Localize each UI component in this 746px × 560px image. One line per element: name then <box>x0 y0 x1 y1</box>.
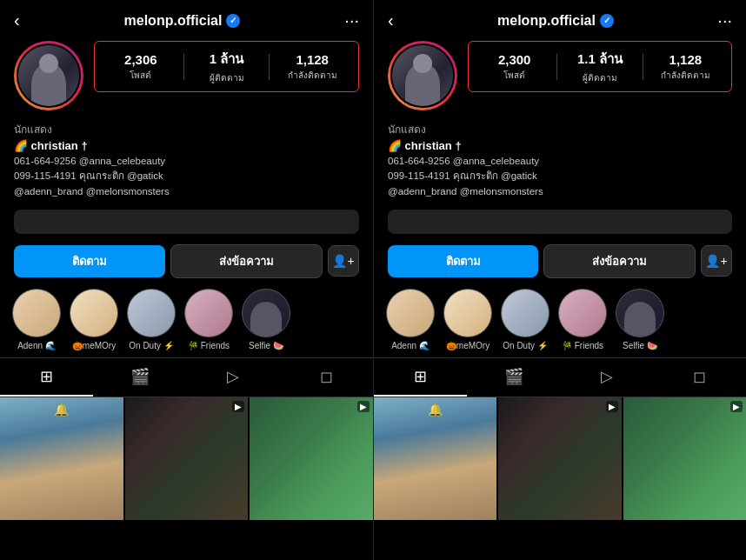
highlight-adenn[interactable]: Adenn 🌊 <box>12 289 61 350</box>
grid-icon-right: ⊞ <box>414 367 427 386</box>
tab-video[interactable]: ▷ <box>187 358 280 397</box>
profile-section-right: 2,300 โพสต์ 1.1 ล้าน ผู้ติดตาม 1,128 กำล… <box>374 37 746 117</box>
highlight-friends[interactable]: 🎋 Friends <box>184 289 233 350</box>
following-label: กำลังติดตาม <box>270 69 355 82</box>
grid-cell-1-right[interactable]: 🔔 <box>374 397 496 520</box>
reels-icon-right: 🎬 <box>504 367 523 386</box>
highlight-onduty-right[interactable]: On Duty ⚡ <box>501 289 550 350</box>
photo-grid-right: 🔔 ▶ ▶ <box>374 397 746 560</box>
grid-cell-1[interactable]: 🔔 <box>0 397 123 521</box>
followers-count-right: 1.1 ล้าน <box>557 49 642 70</box>
bio-line-3: @adenn_brand @melonsmonsters <box>14 184 359 199</box>
add-user-button-right[interactable]: 👤+ <box>701 245 732 277</box>
tagged-icon: ◻ <box>320 367 333 386</box>
tab-video-right[interactable]: ▷ <box>560 358 653 397</box>
search-bar <box>14 210 359 234</box>
username-container-right: melonp.official ✓ <box>497 13 614 29</box>
highlights-row: Adenn 🌊 🎃meMOry On Duty ⚡ 🎋 Friends Self… <box>0 285 373 357</box>
highlight-selfie[interactable]: Selfie 🍉 <box>242 289 290 350</box>
highlight-memory-right[interactable]: 🎃meMOry <box>443 289 492 350</box>
highlight-onduty[interactable]: On Duty ⚡ <box>127 289 176 350</box>
tab-reels[interactable]: 🎬 <box>93 358 186 397</box>
tab-bar-right: ⊞ 🎬 ▷ ◻ <box>374 357 746 397</box>
bio-name: 🌈 christian † <box>14 139 359 152</box>
grid-cell-3[interactable]: ▶ <box>250 397 373 521</box>
add-user-icon-right: 👤+ <box>705 254 727 268</box>
add-user-button[interactable]: 👤+ <box>328 245 359 277</box>
profile-header: ‹ melonp.official ✓ ··· <box>0 0 373 37</box>
grid-cell-3-right[interactable]: ▶ <box>623 397 746 520</box>
highlight-selfie-circle <box>242 289 290 337</box>
stat-following: 1,128 กำลังติดตาม <box>270 52 355 82</box>
stat-followers-right: 1.1 ล้าน ผู้ติดตาม <box>557 49 642 84</box>
notification-icon: 🔔 <box>54 403 69 417</box>
following-count: 1,128 <box>270 52 355 67</box>
highlight-adenn-circle-right <box>386 289 435 337</box>
avatar-container-right <box>388 41 457 110</box>
highlight-selfie-label: Selfie 🍉 <box>249 341 283 350</box>
reel-icon-4: ▶ <box>730 401 743 412</box>
highlight-memory[interactable]: 🎃meMOry <box>70 289 118 350</box>
reel-icon-3: ▶ <box>606 401 618 412</box>
play-icon-right: ▷ <box>601 367 613 386</box>
left-panel: ‹ melonp.official ✓ ··· 2,306 โพสต์ 1 ล้… <box>0 0 373 560</box>
action-buttons-right: ติดตาม ส่งข้อความ 👤+ <box>374 241 746 285</box>
right-panel: ‹ melonp.official ✓ ··· 2,300 โพสต์ 1.1 … <box>373 0 746 560</box>
add-user-icon: 👤+ <box>332 254 354 268</box>
stats-box-right: 2,300 โพสต์ 1.1 ล้าน ผู้ติดตาม 1,128 กำล… <box>468 41 732 92</box>
username-text: melonp.official <box>124 13 223 29</box>
verified-badge: ✓ <box>226 14 240 28</box>
grid-cell-2-right[interactable]: ▶ <box>498 397 621 520</box>
reel-icon-2: ▶ <box>357 401 370 412</box>
bio-line-1-right: 061-664-9256 @anna_celebeauty <box>388 154 732 169</box>
posts-label: โพสต์ <box>98 69 183 82</box>
highlight-friends-right[interactable]: 🎋 Friends <box>558 289 607 350</box>
bio-line-2-right: 099-115-4191 คุณกระติก @gatick <box>388 169 732 183</box>
avatar-ring-right <box>388 41 457 110</box>
bio-section-right: นักแสดง 🌈 christian † 061-664-9256 @anna… <box>374 117 746 206</box>
posts-count: 2,306 <box>98 52 183 67</box>
bio-section: นักแสดง 🌈 christian † 061-664-9256 @anna… <box>0 117 373 206</box>
stat-posts-right: 2,300 โพสต์ <box>472 52 556 82</box>
reels-icon: 🎬 <box>130 367 150 386</box>
tab-tagged-right[interactable]: ◻ <box>653 358 746 397</box>
action-buttons: ติดตาม ส่งข้อความ 👤+ <box>0 241 373 285</box>
notification-icon-right: 🔔 <box>428 403 443 417</box>
follow-button-right[interactable]: ติดตาม <box>388 245 538 277</box>
highlights-row-right: Adenn 🌊 🎃meMOry On Duty ⚡ 🎋 Friends Self… <box>374 285 746 357</box>
grid-cell-2[interactable]: ▶ <box>125 397 249 521</box>
photo-grid: 🔔 ▶ ▶ <box>0 397 373 560</box>
message-button[interactable]: ส่งข้อความ <box>170 244 323 278</box>
tab-tagged[interactable]: ◻ <box>280 358 373 397</box>
highlight-selfie-circle-right <box>616 289 664 337</box>
follow-button[interactable]: ติดตาม <box>14 245 165 277</box>
highlight-onduty-label: On Duty ⚡ <box>129 341 173 350</box>
highlight-adenn-right[interactable]: Adenn 🌊 <box>386 289 435 350</box>
back-button[interactable]: ‹ <box>14 10 20 30</box>
username-text-right: melonp.official <box>497 13 596 29</box>
back-button-right[interactable]: ‹ <box>388 10 394 30</box>
stats-box: 2,306 โพสต์ 1 ล้าน ผู้ติดตาม 1,128 กำลัง… <box>94 41 359 92</box>
highlight-friends-label: 🎋 Friends <box>188 341 230 350</box>
message-button-right[interactable]: ส่งข้อความ <box>543 244 696 278</box>
bio-line-1: 061-664-9256 @anna_celebeauty <box>14 154 359 169</box>
stat-following-right: 1,128 กำลังติดตาม <box>643 52 728 82</box>
tagged-icon-right: ◻ <box>693 367 706 386</box>
tab-grid[interactable]: ⊞ <box>0 358 93 397</box>
tab-reels-right[interactable]: 🎬 <box>467 358 560 397</box>
highlight-onduty-circle-right <box>501 289 550 337</box>
tab-bar: ⊞ 🎬 ▷ ◻ <box>0 357 373 397</box>
highlight-selfie-right[interactable]: Selfie 🍉 <box>616 289 664 350</box>
followers-count: 1 ล้าน <box>184 49 270 70</box>
tab-grid-right[interactable]: ⊞ <box>374 358 467 397</box>
following-label-right: กำลังติดตาม <box>643 69 728 82</box>
more-options-button-right[interactable]: ··· <box>717 10 732 30</box>
bio-role: นักแสดง <box>14 121 359 137</box>
highlight-memory-circle <box>70 289 118 337</box>
avatar-ring <box>14 41 83 110</box>
profile-header-right: ‹ melonp.official ✓ ··· <box>374 0 746 37</box>
followers-label-right: ผู้ติดตาม <box>557 71 642 84</box>
more-options-button[interactable]: ··· <box>344 10 359 30</box>
bio-line-2: 099-115-4191 คุณกระติก @gatick <box>14 169 359 183</box>
highlight-memory-label: 🎃meMOry <box>72 341 116 350</box>
